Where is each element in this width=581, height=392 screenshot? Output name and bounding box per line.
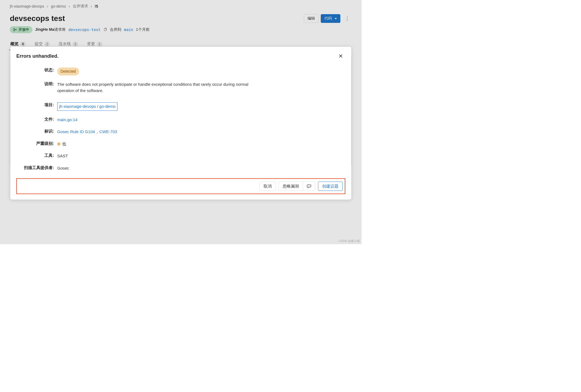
close-button[interactable]: ✕ [336,52,345,60]
close-icon: ✕ [338,53,343,59]
more-actions-button[interactable]: ⋮ [343,14,352,23]
tab-label: 变更 [87,41,95,47]
label-identifier: 标识: [16,129,57,134]
tab-count: 1 [97,42,102,47]
breadcrumb-item[interactable]: jh-xiaomage-devops [10,4,44,8]
severity-dot-icon [57,142,60,146]
breadcrumb-item[interactable]: go-demo [51,4,66,8]
breadcrumb: jh-xiaomage-devops › go-demo › 合并请求 › !5 [10,3,352,11]
label-scanner-provider: 扫描工具提供者: [16,165,57,170]
label-project: 项目: [16,102,57,108]
source-branch[interactable]: devsecops-test [68,27,101,32]
breadcrumb-separator: › [47,4,48,8]
identifier-separator: , [96,129,98,135]
svg-point-0 [14,28,15,29]
edit-button[interactable]: 编辑 [304,14,319,23]
merge-to-text: 合并到 [110,27,121,32]
label-severity: 严重级别: [16,141,57,146]
tool-text: SAST [57,153,68,159]
status-badge-open: 开放中 [10,26,32,33]
breadcrumb-item[interactable]: 合并请求 [73,4,88,9]
modal-title: Errors unhandled. [16,53,59,59]
label-status: 状态: [16,68,57,73]
comment-button[interactable] [303,182,315,191]
author-name[interactable]: JingHe Ma [35,27,54,32]
page-title: devsecops test [10,14,65,23]
cancel-button[interactable]: 取消 [259,182,276,191]
code-button-label: 代码 [324,16,332,21]
tab-label: 提交 [35,41,43,47]
severity-text: 低 [62,141,66,147]
tab-count: 2 [72,42,78,47]
svg-point-1 [14,30,15,31]
ignore-vulnerability-button[interactable]: 忽略漏洞 [279,182,303,191]
code-dropdown-button[interactable]: 代码 [321,14,340,23]
scanner-provider-text: Gosec [57,165,69,171]
tab-count: 0 [20,42,26,47]
modal-footer: 取消 忽略漏洞 创建议题 [16,178,345,194]
svg-point-2 [16,29,17,30]
create-issue-button[interactable]: 创建议题 [318,182,343,191]
project-link[interactable]: jh-xiaomage-devops / go-demo [57,102,117,111]
svg-rect-3 [104,28,106,31]
status-badge: Detected [57,68,79,75]
label-file: 文件: [16,117,57,122]
watermark: CSDN @极小狐 [339,239,360,243]
merge-icon [13,28,17,32]
breadcrumb-active: !5 [95,4,98,8]
time-ago: 1个月前 [136,27,150,32]
kebab-icon: ⋮ [345,16,350,21]
identifier-link-1[interactable]: Gosec Rule ID G104 [57,129,95,135]
breadcrumb-separator: › [91,4,92,8]
tab-label: 概览 [10,41,19,47]
copy-icon[interactable] [103,27,107,32]
tab-label: 流水线 [59,41,71,47]
target-branch[interactable]: main [124,27,133,32]
breadcrumb-separator: › [69,4,70,8]
identifier-link-2[interactable]: CWE-703 [99,129,117,135]
request-text: 请求将 [54,27,66,32]
label-tool: 工具: [16,153,57,158]
open-badge-label: 开放中 [19,27,29,32]
label-description: 说明: [16,81,57,87]
comment-icon [307,184,311,188]
file-link[interactable]: main.go:14 [57,117,77,123]
description-text: The software does not properly anticipat… [57,81,253,94]
vulnerability-modal: Errors unhandled. ✕ 状态: Detected 说明: The… [10,47,351,200]
tab-count: 2 [44,42,50,47]
